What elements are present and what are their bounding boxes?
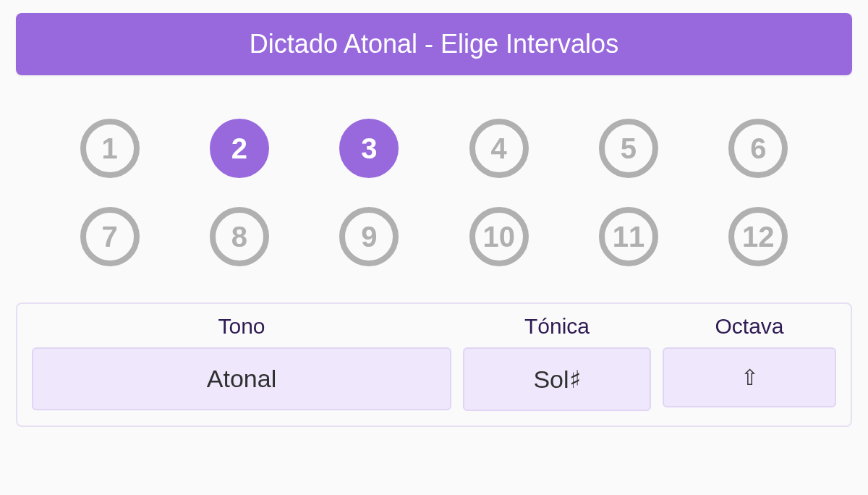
setting-octava-label: Octava: [715, 314, 783, 339]
interval-11[interactable]: 11: [599, 207, 658, 266]
interval-3[interactable]: 3: [339, 119, 399, 178]
interval-7[interactable]: 7: [80, 207, 140, 266]
interval-1[interactable]: 1: [80, 119, 140, 178]
page-title: Dictado Atonal - Elige Intervalos: [16, 13, 852, 75]
interval-10[interactable]: 10: [469, 207, 529, 266]
interval-grid: 1 2 3 4 5 6 7 8 9 10 11 12: [16, 75, 852, 302]
interval-9[interactable]: 9: [339, 207, 399, 266]
interval-4[interactable]: 4: [469, 119, 529, 178]
interval-5[interactable]: 5: [599, 119, 658, 178]
setting-tonica: Tónica Sol♯: [463, 314, 651, 411]
interval-12[interactable]: 12: [728, 207, 788, 266]
setting-octava-value[interactable]: ⇧: [663, 347, 836, 407]
settings-panel: Tono Atonal Tónica Sol♯ Octava ⇧: [16, 302, 852, 427]
setting-tono-label: Tono: [218, 314, 265, 339]
setting-tonica-label: Tónica: [524, 314, 590, 339]
setting-tono: Tono Atonal: [32, 314, 451, 411]
setting-octava: Octava ⇧: [663, 314, 836, 411]
setting-tono-value[interactable]: Atonal: [32, 347, 451, 410]
interval-8[interactable]: 8: [210, 207, 269, 266]
interval-6[interactable]: 6: [728, 119, 788, 178]
setting-tonica-value[interactable]: Sol♯: [463, 347, 651, 411]
interval-2[interactable]: 2: [210, 119, 269, 178]
